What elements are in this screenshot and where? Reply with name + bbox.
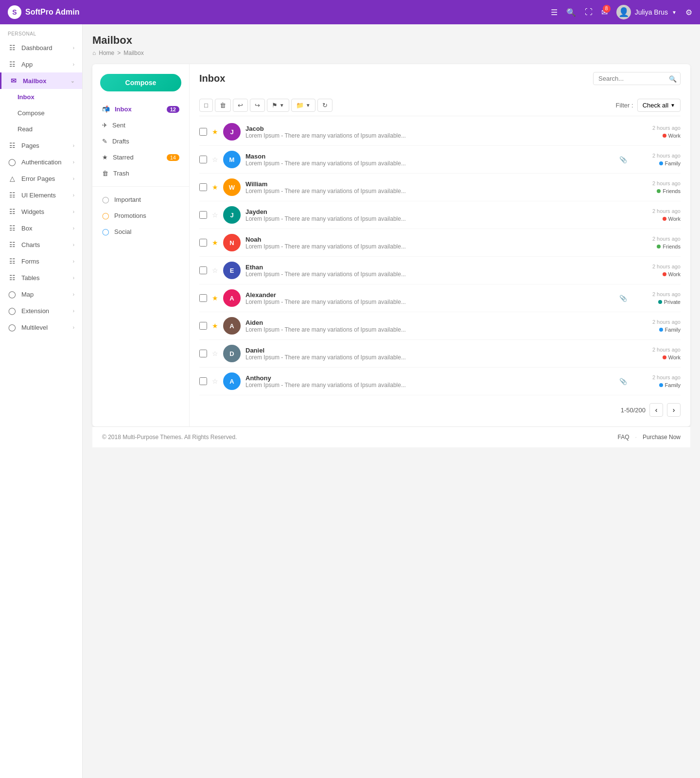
important-nav-icon: ◯ (102, 196, 109, 203)
flag-chevron: ▼ (280, 103, 284, 108)
email-row[interactable]: ★ W William Lorem Ipsum - There are many… (199, 174, 681, 201)
email-meta: 2 hours ago Work (632, 264, 681, 277)
sidebar-item-widgets[interactable]: ☷ Widgets › (0, 203, 82, 220)
delete-button[interactable]: 🗑 (215, 99, 231, 112)
email-checkbox[interactable] (199, 322, 207, 330)
email-sender: Mason (245, 153, 614, 160)
chevron-right-icon-tables: › (73, 275, 74, 281)
sidebar-item-inbox[interactable]: Inbox (0, 89, 82, 105)
mail-search-input[interactable] (593, 72, 681, 85)
promotions-nav-icon: ◯ (102, 212, 109, 219)
mail-nav-starred[interactable]: ★ Starred 14 (92, 149, 189, 165)
mail-nav-promotions-label: Promotions (114, 212, 146, 219)
email-checkbox[interactable] (199, 350, 207, 357)
email-row[interactable]: ★ N Noah Lorem Ipsum - There are many va… (199, 229, 681, 257)
forward-button[interactable]: ↪ (250, 99, 265, 112)
email-row[interactable]: ★ A Alexander Lorem Ipsum - There are ma… (199, 284, 681, 312)
sidebar: PERSONAL ☷ Dashboard › ☷ App › ✉ Mailbox… (0, 24, 83, 778)
mail-nav-drafts[interactable]: ✎ Drafts (92, 133, 189, 149)
email-row[interactable]: ★ J Jacob Lorem Ipsum - There are many v… (199, 118, 681, 146)
pagination-info: 1-50/200 (621, 407, 646, 414)
breadcrumb-current: Mailbox (123, 50, 143, 56)
email-row[interactable]: ☆ J Jayden Lorem Ipsum - There are many … (199, 201, 681, 229)
sidebar-item-dashboard[interactable]: ☷ Dashboard › (0, 39, 82, 56)
star-icon[interactable]: ★ (212, 128, 218, 136)
checkbox-all-button[interactable]: □ (199, 99, 213, 112)
sidebar-item-forms[interactable]: ☷ Forms › (0, 253, 82, 269)
sidebar-item-pages[interactable]: ☷ Pages › (0, 137, 82, 154)
email-sender: Noah (245, 236, 627, 243)
star-icon[interactable]: ★ (212, 239, 218, 247)
email-checkbox[interactable] (199, 294, 207, 302)
tag-dot (663, 217, 666, 221)
sidebar-item-map[interactable]: ◯ Map › (0, 286, 82, 302)
star-icon[interactable]: ☆ (212, 156, 218, 163)
email-checkbox[interactable] (199, 266, 207, 274)
sidebar-item-tables[interactable]: ☷ Tables › (0, 269, 82, 286)
sidebar-item-authentication[interactable]: ◯ Authentication › (0, 154, 82, 170)
next-page-button[interactable]: › (667, 403, 681, 417)
star-icon[interactable]: ☆ (212, 266, 218, 274)
reply-button[interactable]: ↩ (233, 99, 248, 112)
mail-icon[interactable]: ✉ 8 (601, 8, 608, 17)
email-time: 2 hours ago (652, 236, 681, 242)
email-checkbox[interactable] (199, 128, 207, 136)
breadcrumb-home[interactable]: Home (99, 50, 114, 56)
sidebar-item-extension[interactable]: ◯ Extension › (0, 302, 82, 319)
email-checkbox[interactable] (199, 156, 207, 163)
star-icon[interactable]: ★ (212, 294, 218, 302)
sidebar-item-box[interactable]: ☷ Box › (0, 220, 82, 236)
ui-icon: ☷ (8, 191, 17, 199)
email-row[interactable]: ☆ E Ethan Lorem Ipsum - There are many v… (199, 257, 681, 284)
mail-nav-social[interactable]: ◯ Social (92, 224, 189, 240)
sidebar-item-tables-left: ☷ Tables (8, 274, 40, 282)
email-row[interactable]: ★ A Aiden Lorem Ipsum - There are many v… (199, 312, 681, 340)
footer-dot: · (635, 434, 637, 441)
user-menu[interactable]: 👤 Juliya Brus ▼ (616, 5, 677, 19)
refresh-button[interactable]: ↻ (317, 99, 332, 112)
sidebar-item-app[interactable]: ☷ App › (0, 56, 82, 72)
settings-icon[interactable]: ⚙ (685, 8, 692, 17)
prev-page-button[interactable]: ‹ (649, 403, 663, 417)
search-icon[interactable]: 🔍 (566, 8, 576, 17)
compose-button[interactable]: Compose (100, 74, 181, 91)
email-checkbox[interactable] (199, 239, 207, 247)
footer-purchase-link[interactable]: Purchase Now (643, 434, 681, 441)
star-icon[interactable]: ☆ (212, 350, 218, 357)
email-checkbox[interactable] (199, 183, 207, 191)
dashboard-icon: ☷ (8, 44, 17, 52)
email-row[interactable]: ☆ A Anthony Lorem Ipsum - There are many… (199, 368, 681, 395)
email-checkbox[interactable] (199, 377, 207, 385)
star-icon[interactable]: ☆ (212, 211, 218, 219)
star-icon[interactable]: ★ (212, 183, 218, 191)
mail-nav-trash[interactable]: 🗑 Trash (92, 165, 189, 181)
fullscreen-icon[interactable]: ⛶ (585, 8, 593, 17)
mail-nav-important[interactable]: ◯ Important (92, 192, 189, 208)
sidebar-item-read[interactable]: Read (0, 121, 82, 137)
mail-badge: 8 (603, 5, 611, 13)
sidebar-item-ui-elements[interactable]: ☷ UI Elements › (0, 187, 82, 203)
email-row[interactable]: ☆ D Daniel Lorem Ipsum - There are many … (199, 340, 681, 368)
email-avatar: A (223, 289, 241, 307)
chevron-right-icon-forms: › (73, 259, 74, 264)
sidebar-item-error-pages[interactable]: △ Error Pages › (0, 170, 82, 187)
star-icon[interactable]: ☆ (212, 377, 218, 385)
star-icon[interactable]: ★ (212, 322, 218, 330)
sidebar-item-charts[interactable]: ☷ Charts › (0, 236, 82, 253)
flag-button[interactable]: ⚑ ▼ (267, 99, 289, 112)
email-row[interactable]: ☆ M Mason Lorem Ipsum - There are many v… (199, 146, 681, 174)
folder-button[interactable]: 📁 ▼ (291, 99, 315, 112)
sidebar-item-mailbox[interactable]: ✉ Mailbox ⌄ (0, 72, 82, 89)
mail-nav-promotions[interactable]: ◯ Promotions (92, 208, 189, 224)
email-tag: Work (663, 354, 681, 360)
mail-nav-inbox[interactable]: 📬 Inbox 12 (92, 101, 189, 117)
sidebar-item-compose[interactable]: Compose (0, 105, 82, 121)
footer-faq-link[interactable]: FAQ (618, 434, 630, 441)
hamburger-icon[interactable]: ☰ (551, 8, 558, 17)
sidebar-item-multilevel[interactable]: ◯ Multilevel › (0, 319, 82, 336)
filter-button[interactable]: Check all ▼ (637, 99, 681, 112)
email-checkbox[interactable] (199, 211, 207, 219)
mail-nav-sent[interactable]: ✈ Sent (92, 117, 189, 133)
sidebar-item-compose-left: Compose (18, 109, 45, 117)
mail-nav-important-label: Important (114, 196, 141, 203)
